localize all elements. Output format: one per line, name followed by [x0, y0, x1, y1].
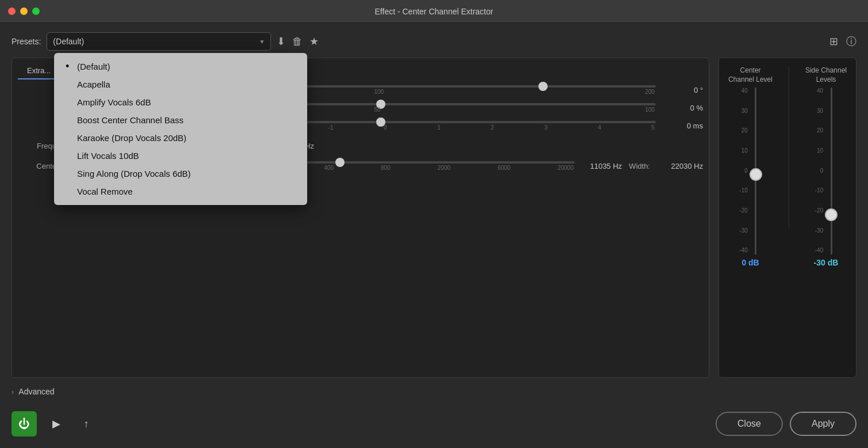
tick-delay-1: 1	[437, 124, 441, 131]
tick-cf-6000: 6000	[498, 165, 510, 171]
power-button[interactable]: ⏻	[12, 411, 37, 436]
chevron-down-icon: ▼	[259, 39, 265, 45]
save-preset-icon[interactable]: ⬇	[277, 35, 285, 48]
presets-label: Presets:	[12, 37, 41, 46]
window-title: Effect - Center Channel Extractor	[375, 7, 494, 16]
width-value: 22030 Hz	[657, 162, 703, 170]
side-channel-title: Side Channel Levels	[805, 66, 847, 84]
tick-cf-2000: 2000	[438, 165, 450, 171]
right-toolbar-icons: ⊞ ⓘ	[829, 35, 856, 48]
bottom-bar: ⏻ ▶ ↑ Close Apply	[12, 405, 856, 439]
share-button[interactable]: ↑	[76, 413, 97, 434]
side-channel-value: -30 dB	[814, 258, 839, 267]
center-freq-value: 11035 Hz	[582, 162, 622, 170]
preset-option-amplify[interactable]: Amplify Vocals 6dB	[54, 93, 307, 111]
tick-delay-3: 3	[544, 124, 548, 131]
volume-value: 0 %	[663, 104, 703, 112]
tick-vol-50: 50	[374, 107, 380, 113]
tick-cf-20000: 20000	[557, 165, 573, 171]
tick-delay-4: 4	[598, 124, 601, 131]
apply-button[interactable]: Apply	[790, 412, 856, 436]
info-icon[interactable]: ⓘ	[846, 35, 856, 48]
width-label: Width:	[629, 162, 650, 170]
presets-row: Presets: (Default) ▼ ⬇ 🗑 ★ ⊞ ⓘ (Default)…	[12, 32, 856, 51]
presets-dropdown-menu: (Default) Acapella Amplify Vocals 6dB Bo…	[54, 53, 307, 205]
favorite-preset-icon[interactable]: ★	[309, 35, 319, 48]
preset-option-vocal-remove[interactable]: Vocal Remove	[54, 183, 307, 200]
side-meter-scale: 40 30 20 10 0 -10 -20 -30 -40	[815, 88, 823, 255]
layout-icon[interactable]: ⊞	[829, 35, 838, 48]
close-button[interactable]: Close	[716, 412, 783, 436]
preset-option-karaoke[interactable]: Karaoke (Drop Vocals 20dB)	[54, 129, 307, 147]
bottom-right-buttons: Close Apply	[716, 412, 856, 436]
bottom-left-controls: ⏻ ▶ ↑	[12, 411, 97, 436]
center-meter-area: 40 30 20 10 0 -10 -20 -30 -40	[739, 88, 761, 255]
preset-option-sing-along[interactable]: Sing Along (Drop Vocals 6dB)	[54, 165, 307, 183]
tick-delay-2: 2	[491, 124, 494, 131]
advanced-label[interactable]: Advanced	[18, 387, 54, 396]
level-meters-panel: Center Channel Level 40 30 20 10 0 -10 -…	[718, 58, 856, 378]
play-button[interactable]: ▶	[46, 413, 67, 434]
center-channel-meter-section: Center Channel Level 40 30 20 10 0 -10 -…	[728, 66, 773, 267]
side-meter-area: 40 30 20 10 0 -10 -20 -30 -40	[815, 88, 837, 255]
advanced-chevron-icon[interactable]: ›	[12, 388, 14, 396]
toolbar-icons: ⬇ 🗑 ★	[277, 35, 319, 48]
play-icon: ▶	[52, 417, 60, 430]
tick-delay-0: 0	[384, 124, 387, 131]
tick-cf-400: 400	[324, 165, 334, 171]
close-button[interactable]	[8, 7, 16, 15]
tick-100: 100	[374, 89, 384, 95]
tick-vol-100: 100	[645, 107, 655, 113]
delay-value: 0 ms	[663, 122, 703, 130]
side-channel-meter-section: Side Channel Levels 40 30 20 10 0 -10 -2…	[805, 66, 847, 267]
maximize-button[interactable]	[32, 7, 40, 15]
main-content: Presets: (Default) ▼ ⬇ 🗑 ★ ⊞ ⓘ (Default)…	[0, 23, 868, 448]
share-icon: ↑	[84, 418, 89, 430]
center-channel-title: Center Channel Level	[728, 66, 773, 84]
tick-delay--1: -1	[328, 124, 334, 131]
meter-separator	[789, 66, 789, 227]
tick-delay-5: 5	[652, 124, 655, 131]
preset-option-lift[interactable]: Lift Vocals 10dB	[54, 147, 307, 165]
center-meter-scale: 40 30 20 10 0 -10 -20 -30 -40	[739, 88, 747, 255]
preset-option-boost-bass[interactable]: Boost Center Channel Bass	[54, 111, 307, 129]
delete-preset-icon[interactable]: 🗑	[292, 36, 303, 48]
phase-value: 0 °	[663, 86, 703, 94]
side-meter-track	[831, 88, 832, 255]
tick-cf-800: 800	[381, 165, 391, 171]
side-meter-bar	[825, 88, 837, 255]
tick-200: 200	[645, 89, 655, 95]
presets-selected-value: (Default)	[53, 37, 84, 46]
center-channel-value: 0 dB	[741, 258, 759, 267]
minimize-button[interactable]	[20, 7, 28, 15]
titlebar: Effect - Center Channel Extractor	[0, 0, 868, 23]
advanced-section: › Advanced	[12, 385, 856, 398]
preset-option-acapella[interactable]: Acapella	[54, 75, 307, 93]
preset-option-default[interactable]: (Default)	[54, 58, 307, 75]
power-icon: ⏻	[18, 417, 30, 431]
center-meter-bar	[750, 88, 762, 255]
presets-dropdown[interactable]: (Default) ▼	[47, 32, 271, 51]
traffic-lights	[8, 7, 40, 15]
center-channel-knob[interactable]	[750, 168, 762, 181]
side-channel-knob[interactable]	[825, 208, 838, 221]
